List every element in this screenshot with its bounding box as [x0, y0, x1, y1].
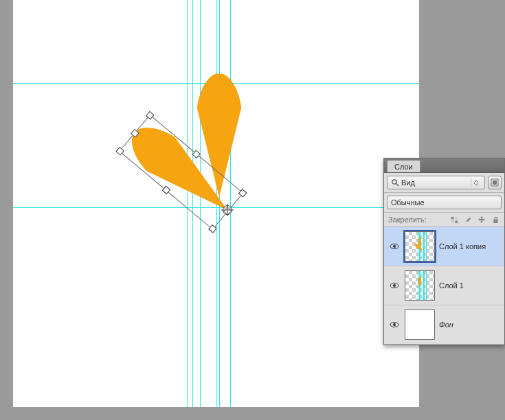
lock-row: Закрепить:: [384, 213, 504, 227]
handle-top-right[interactable]: [146, 111, 155, 120]
layer-row[interactable]: Слой 1 копия: [384, 227, 504, 266]
handle-top-left[interactable]: [115, 147, 124, 156]
lock-brush-icon[interactable]: [463, 215, 473, 224]
chevron-down-icon: [471, 178, 481, 187]
layers-panel: Слои Вид Обычные Закрепить:: [383, 158, 505, 345]
filter-icon-button[interactable]: [488, 176, 502, 189]
svg-line-1: [396, 184, 399, 186]
handle-bot-left[interactable]: [208, 224, 217, 233]
layer-name[interactable]: Фон: [439, 320, 453, 329]
svg-rect-8: [493, 219, 497, 223]
svg-rect-5: [455, 216, 458, 219]
transform-pivot[interactable]: [223, 205, 232, 215]
layer-thumbnail[interactable]: [405, 231, 435, 261]
handle-mid-left[interactable]: [162, 185, 171, 194]
layer-kind-row: Вид: [384, 173, 504, 193]
layers-tab[interactable]: Слои: [387, 160, 420, 172]
lock-all-icon[interactable]: [491, 215, 500, 224]
layer-thumbnail[interactable]: [405, 270, 435, 301]
layer-name[interactable]: Слой 1 копия: [439, 242, 486, 250]
layer-row[interactable]: Слой 1: [384, 266, 504, 305]
layer-name[interactable]: Слой 1: [439, 281, 464, 290]
lock-position-icon[interactable]: [477, 215, 486, 224]
svg-rect-6: [451, 220, 453, 223]
visibility-eye-icon[interactable]: [388, 281, 401, 290]
svg-rect-3: [493, 180, 497, 185]
blend-mode-row: Обычные: [384, 193, 504, 213]
visibility-eye-icon[interactable]: [388, 320, 401, 329]
layer-kind-dropdown[interactable]: Вид: [387, 176, 485, 189]
svg-point-12: [393, 284, 396, 287]
svg-point-0: [392, 180, 396, 184]
svg-rect-7: [455, 220, 458, 223]
panel-tabbar: Слои: [384, 159, 504, 173]
search-icon: [391, 178, 399, 187]
svg-rect-4: [451, 216, 453, 219]
lock-pixels-icon[interactable]: [449, 215, 459, 224]
blend-mode-dropdown[interactable]: Обычные: [387, 196, 502, 209]
handle-bot-right[interactable]: [238, 189, 247, 198]
svg-point-10: [393, 245, 396, 248]
lock-label: Закрепить:: [388, 215, 427, 224]
layer-row[interactable]: Фон: [384, 305, 504, 345]
layer-thumbnail[interactable]: [405, 310, 435, 340]
svg-point-14: [393, 323, 396, 326]
layer-list: Слой 1 копияСлой 1Фон: [384, 227, 504, 345]
visibility-eye-icon[interactable]: [388, 242, 401, 251]
handle-top-mid[interactable]: [131, 129, 139, 138]
canvas-artboard[interactable]: [13, 0, 419, 407]
blend-mode-value: Обычные: [391, 198, 425, 207]
layer-kind-label: Вид: [401, 178, 415, 187]
